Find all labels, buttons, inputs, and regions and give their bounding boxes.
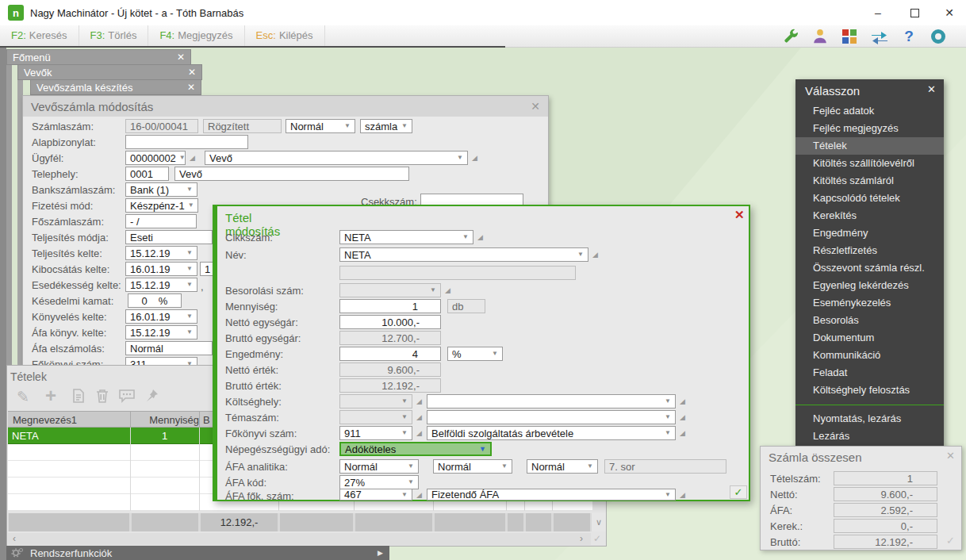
vat-code-dropdown[interactable]: 27%▼ <box>339 475 419 489</box>
quantity-field[interactable]: 1 <box>339 299 441 313</box>
copy-icon[interactable] <box>71 388 86 407</box>
lookup-corner-icon[interactable]: ◢ <box>592 251 598 259</box>
vat-analytics-dropdown-2[interactable]: Normál▼ <box>433 459 512 474</box>
item-name-dropdown[interactable]: NETA▼ <box>339 247 588 262</box>
discount-field[interactable]: 4 <box>339 347 441 361</box>
chooser-item-kapcsolodo-tetelek[interactable]: Kapcsolódó tételek <box>795 190 944 207</box>
add-icon[interactable]: + <box>45 385 56 407</box>
fulfillment-date-dropdown[interactable]: 15.12.19▼ <box>125 246 197 260</box>
transfer-button[interactable] <box>866 26 893 47</box>
doc-type-dropdown[interactable]: számla▼ <box>360 119 412 133</box>
chooser-item-dokumentum[interactable]: Dokumentum <box>795 329 944 347</box>
fulfillment-mode-field[interactable]: Eseti <box>125 230 213 244</box>
chooser-item-kerekites[interactable]: Kerekítés <box>795 207 944 224</box>
discount-unit-dropdown[interactable]: %▼ <box>447 347 503 361</box>
dialog-close-button[interactable]: ✕ <box>734 208 745 222</box>
chooser-item-engedmeny[interactable]: Engedmény <box>795 224 944 242</box>
col-header-name[interactable]: Megnevezés1 <box>13 414 77 426</box>
col-header-gross[interactable]: B <box>203 414 210 426</box>
chooser-item-feladat[interactable]: Feladat <box>795 364 944 382</box>
site-code-field[interactable]: 0001 <box>125 167 169 181</box>
late-interest-field[interactable]: 0% <box>128 293 182 308</box>
minimize-button[interactable]: – <box>866 3 890 22</box>
background-window-fomenu[interactable]: Főmenü✕ <box>6 49 191 65</box>
user-button[interactable] <box>807 26 834 47</box>
pin-icon[interactable] <box>144 388 159 407</box>
close-icon[interactable]: ✕ <box>187 82 195 93</box>
chooser-item-osszevont-szamla[interactable]: Összevont számla részl. <box>795 259 944 277</box>
issue-date-dropdown[interactable]: 16.01.19▼ <box>125 262 197 276</box>
ledger-name-dropdown[interactable]: Belföldi szolgáltatás árbevétele▼ <box>427 426 676 440</box>
close-icon[interactable]: ✕ <box>188 67 196 78</box>
settings-button[interactable] <box>777 26 804 47</box>
chooser-item-lezaras[interactable]: Lezárás <box>795 428 944 445</box>
close-icon[interactable]: ✕ <box>927 83 936 95</box>
background-window-vevok[interactable]: Vevők✕ <box>17 64 202 80</box>
customer-name-dropdown[interactable]: Vevő▼ <box>205 151 468 165</box>
expand-arrow-icon[interactable]: ▶ <box>378 549 383 557</box>
close-button[interactable]: ✕ <box>937 3 961 22</box>
lookup-corner-icon[interactable]: ◢ <box>472 155 477 162</box>
customer-code-dropdown[interactable]: 00000002▼ <box>125 151 186 165</box>
scroll-right-icon[interactable]: › <box>580 533 583 544</box>
maximize-button[interactable] <box>903 3 926 22</box>
item-code-dropdown[interactable]: NETA▼ <box>339 230 473 244</box>
lookup-corner-icon[interactable]: ◢ <box>680 414 685 421</box>
net-unit-price-field[interactable]: 10.000,- <box>339 315 441 329</box>
payment-method-dropdown[interactable]: Készpénz-1▼ <box>125 198 198 213</box>
site-name-field[interactable]: Vevő <box>174 167 409 181</box>
chooser-item-fejlec-megjegyzes[interactable]: Fejléc megjegyzés <box>795 120 944 137</box>
lookup-corner-icon[interactable]: ◢ <box>416 430 422 437</box>
health-tax-dropdown[interactable]: Adóköteles▼ <box>339 442 492 456</box>
background-window-keszites[interactable]: Vevőszámla készítés✕ <box>30 79 201 95</box>
menu-item-search[interactable]: F2:Keresés <box>0 25 79 47</box>
comment-icon[interactable] <box>118 388 136 407</box>
close-icon[interactable]: ✕ <box>946 450 955 462</box>
booking-date-dropdown[interactable]: 16.01.19▼ <box>125 309 197 324</box>
scroll-left-icon[interactable]: ‹ <box>13 533 16 544</box>
main-account-field[interactable]: - / <box>125 214 197 228</box>
close-icon[interactable]: ✕ <box>531 100 540 113</box>
horizontal-scrollbar[interactable]: ‹ › <box>8 533 591 545</box>
chooser-item-fejlec-adatok[interactable]: Fejléc adatok <box>795 102 944 120</box>
lookup-corner-icon[interactable]: ◢ <box>416 492 422 499</box>
close-icon[interactable]: ✕ <box>177 52 185 63</box>
vat-ledger-name-dropdown[interactable]: Fizetendő ÁFA▼ <box>427 489 676 501</box>
modules-button[interactable] <box>836 26 863 47</box>
lookup-corner-icon[interactable]: ◢ <box>680 398 685 405</box>
menu-item-note[interactable]: F4:Megjegyzés <box>148 25 244 47</box>
vat-settlement-field[interactable]: Normál <box>125 341 213 355</box>
ledger-code-dropdown[interactable]: 911▼ <box>339 426 412 440</box>
menu-item-delete[interactable]: F3:Törlés <box>79 25 149 47</box>
lookup-corner-icon[interactable]: ◢ <box>477 234 483 241</box>
cost-center-name-dropdown[interactable]: ▼ <box>427 394 676 408</box>
menu-item-exit[interactable]: Esc:Kilépés <box>245 25 325 47</box>
chooser-item-nyomtatas-lezaras[interactable]: Nyomtatás, lezárás <box>795 410 944 428</box>
vat-analytics-dropdown-3[interactable]: Normál▼ <box>527 459 598 474</box>
dialog-confirm-button[interactable]: ✓ <box>730 485 747 499</box>
scroll-down-button[interactable]: ∨ <box>592 513 606 531</box>
chooser-item-kommunikacio[interactable]: Kommunikáció <box>795 347 944 364</box>
vat-ledger-code-dropdown[interactable]: 467▼ <box>339 489 412 501</box>
lookup-corner-icon[interactable]: ◢ <box>680 430 685 437</box>
lookup-corner-icon[interactable]: ◢ <box>190 155 195 162</box>
col-header-qty[interactable]: Mennyiség <box>131 414 199 426</box>
vat-booking-date-dropdown[interactable]: 15.12.19▼ <box>125 325 197 339</box>
lookup-corner-icon[interactable]: ◢ <box>680 492 685 499</box>
edit-icon[interactable]: ✎ <box>17 388 29 406</box>
chooser-item-kitoltes-szamlarol[interactable]: Kitöltés számláról <box>795 172 944 190</box>
due-date-dropdown[interactable]: 15.12.19▼ <box>125 278 197 292</box>
chooser-item-kitoltes-szallitolevelrol[interactable]: Kitöltés szállítólevélről <box>795 155 944 172</box>
help-button[interactable]: ? <box>895 26 922 47</box>
base-document-field[interactable] <box>125 135 248 149</box>
topic-name-dropdown[interactable]: ▼ <box>427 410 676 424</box>
chooser-item-esemenykezeles[interactable]: Eseménykezelés <box>795 294 944 312</box>
chooser-item-tetelek[interactable]: Tételek <box>795 137 944 155</box>
system-functions-bar[interactable]: Rendszerfunkciók ▶ <box>6 546 389 560</box>
chooser-item-besorolas[interactable]: Besorolás <box>795 312 944 329</box>
invoice-mode-dropdown[interactable]: Normál▼ <box>286 119 355 133</box>
about-button[interactable] <box>925 26 952 47</box>
chooser-item-koltseghely-felosztas[interactable]: Költséghely felosztás <box>795 382 944 399</box>
chooser-item-egyenleg-lekerdezes[interactable]: Egyenleg lekérdezés <box>795 277 944 294</box>
chooser-item-reszletfizetes[interactable]: Részletfizetés <box>795 242 944 259</box>
